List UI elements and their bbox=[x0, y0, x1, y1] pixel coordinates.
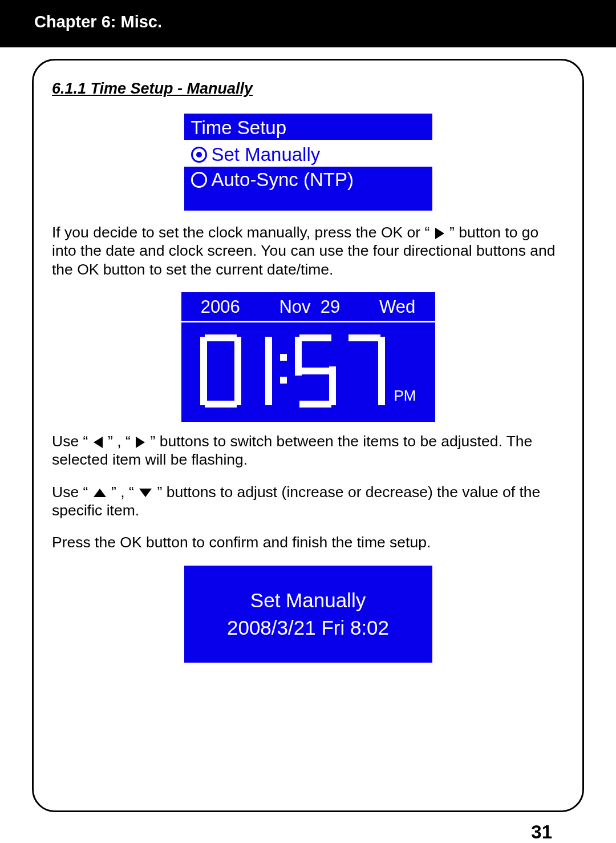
lcd1-option-selected: Set Manually bbox=[184, 142, 432, 167]
digit-5 bbox=[295, 334, 336, 408]
lcd2-dateline: 2006 Nov 29 Wed bbox=[181, 292, 435, 322]
digit-0 bbox=[200, 334, 241, 408]
lcd2-timebox: PM bbox=[181, 322, 435, 422]
radio-unselected-icon bbox=[191, 172, 207, 188]
lcd1-title: Time Setup bbox=[184, 114, 432, 142]
digit-1 bbox=[249, 334, 272, 408]
lcd1-option-other: Auto-Sync (NTP) bbox=[184, 167, 432, 192]
para2-part-b: ” , “ bbox=[108, 433, 131, 450]
lcd2-ampm: PM bbox=[394, 387, 416, 416]
para3-part-a: Use “ bbox=[52, 483, 88, 501]
chapter-header: Chapter 6: Misc. bbox=[0, 0, 616, 47]
para2-part-a: Use “ bbox=[52, 433, 88, 450]
lcd2-year: 2006 bbox=[201, 297, 240, 317]
section-heading: 6.1.1 Time Setup - Manually bbox=[52, 80, 564, 98]
lcd-confirm: Set Manually 2008/3/21 Fri 8:02 bbox=[184, 566, 432, 663]
content-panel: 6.1.1 Time Setup - Manually Time Setup S… bbox=[32, 59, 584, 812]
digit-7 bbox=[344, 334, 385, 408]
lcd2-day: 29 bbox=[321, 297, 340, 317]
lcd2-weekday: Wed bbox=[379, 297, 415, 317]
para3-part-b: ” , “ bbox=[111, 483, 134, 501]
lcd2-month: Nov bbox=[279, 297, 310, 317]
page-number: 31 bbox=[32, 812, 584, 843]
seven-seg-time bbox=[200, 334, 385, 408]
lcd3-line1: Set Manually bbox=[250, 589, 366, 612]
content-area: 6.1.1 Time Setup - Manually Time Setup S… bbox=[0, 47, 616, 843]
lcd1-option-selected-label: Set Manually bbox=[212, 144, 321, 166]
lcd-datetime: 2006 Nov 29 Wed bbox=[181, 292, 435, 422]
right-arrow-icon bbox=[136, 437, 145, 448]
lcd-time-setup-menu: Time Setup Set Manually Auto-Sync (NTP) bbox=[184, 114, 432, 211]
radio-selected-icon bbox=[191, 147, 207, 163]
right-arrow-icon bbox=[435, 228, 444, 239]
down-arrow-icon bbox=[139, 489, 152, 497]
para1-part-a: If you decide to set the clock manually,… bbox=[52, 224, 429, 241]
left-arrow-icon bbox=[94, 437, 103, 448]
paragraph-3: Use “ ” , “ ” buttons to adjust (increas… bbox=[52, 483, 564, 520]
colon-icon bbox=[280, 354, 287, 388]
lcd3-line2: 2008/3/21 Fri 8:02 bbox=[227, 616, 389, 639]
up-arrow-icon bbox=[94, 489, 106, 497]
chapter-title: Chapter 6: Misc. bbox=[34, 13, 162, 31]
paragraph-2: Use “ ” , “ ” buttons to switch between … bbox=[52, 432, 564, 469]
lcd1-option-other-label: Auto-Sync (NTP) bbox=[212, 169, 354, 191]
paragraph-4: Press the OK button to confirm and finis… bbox=[52, 533, 564, 551]
manual-page: Chapter 6: Misc. 6.1.1 Time Setup - Manu… bbox=[0, 0, 616, 843]
paragraph-1: If you decide to set the clock manually,… bbox=[52, 223, 564, 279]
